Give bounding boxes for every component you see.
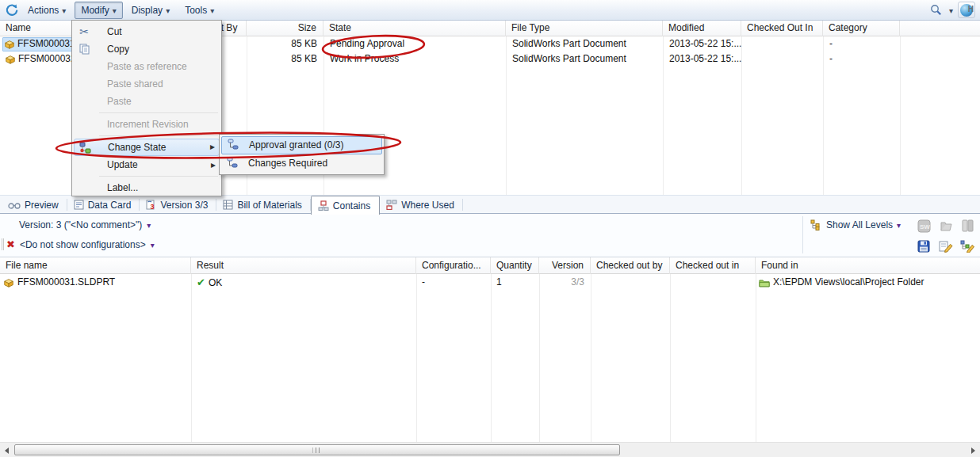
column-header-file-type[interactable]: File Type — [506, 21, 663, 36]
tab-preview[interactable]: Preview — [2, 196, 67, 214]
column-header-version[interactable]: Version — [539, 257, 591, 274]
column-divider — [756, 274, 756, 442]
menu-item-label: Cut — [107, 26, 122, 37]
version-selector-label: Version: 3 ("<No comment>") — [19, 219, 142, 230]
column-header-result[interactable]: Result — [191, 257, 416, 274]
bill-of-materials-icon — [223, 200, 233, 210]
file-name: FFSM000031. — [17, 36, 78, 51]
tools-menu-button[interactable]: Tools — [178, 2, 220, 19]
column-header-checked-out-in[interactable]: Checked out in — [670, 257, 756, 274]
file-category: - — [823, 51, 900, 67]
column-divider — [539, 274, 540, 442]
menu-separator — [99, 112, 218, 113]
menu-item-label: Paste — [107, 96, 132, 107]
column-divider — [491, 274, 492, 442]
scroll-right-button[interactable] — [967, 443, 980, 457]
tab-version[interactable]: 3 Version 3/3 — [140, 196, 216, 214]
show-all-levels-dropdown[interactable]: Show All Levels — [810, 219, 901, 230]
column-header-found-in[interactable]: Found in — [756, 257, 980, 274]
chevron-down-icon — [151, 239, 155, 250]
scroll-left-button[interactable] — [0, 443, 13, 457]
column-header-checked-out-in[interactable]: Checked Out In — [741, 21, 823, 36]
menu-item-cut[interactable]: ✂ Cut — [72, 23, 221, 40]
panel-columns-icon — [962, 219, 974, 232]
tools-menu-label: Tools — [185, 5, 207, 16]
column-header-file-name[interactable]: File name — [0, 257, 191, 274]
column-header-configuration[interactable]: Configuratio... — [416, 257, 491, 274]
change-state-submenu: Approval granted (0/3) Changes Required — [219, 134, 385, 175]
solidworks-part-icon — [4, 39, 15, 50]
file-modified: 2013-05-22 15:... — [663, 51, 741, 67]
solidworks-part-icon — [5, 54, 16, 65]
menu-item-copy[interactable]: Copy — [72, 40, 221, 58]
scrollbar-grip-icon — [313, 447, 322, 453]
file-type: SolidWorks Part Document — [506, 36, 663, 51]
menu-item-label: Paste as reference — [107, 61, 187, 72]
version-icon: 3 — [146, 200, 156, 210]
tab-where-used[interactable]: Where Used — [380, 196, 463, 214]
menu-item-paste-as-reference: Paste as reference — [72, 58, 221, 75]
contains-table-header: File name Result Configuratio... Quantit… — [0, 257, 980, 274]
column-header-state[interactable]: State — [323, 21, 506, 36]
row-configuration: - — [416, 274, 491, 291]
column-header-modified[interactable]: Modified — [663, 21, 741, 36]
contains-table-row[interactable]: FFSM000031.SLDPRT OK - 1 3/3 X:\EPDM Vie… — [0, 274, 980, 291]
submenu-item-changes-required[interactable]: Changes Required — [220, 154, 384, 173]
result-text: OK — [209, 277, 222, 288]
configuration-selector[interactable]: ✖ <Do not show configurations> — [6, 238, 155, 250]
chevron-down-icon — [166, 5, 170, 16]
menu-item-label: Label... — [107, 182, 138, 193]
row-result: OK — [191, 274, 416, 291]
solidworks-part-icon — [3, 277, 14, 288]
display-menu-button[interactable]: Display — [125, 2, 176, 19]
menu-item-label: Update — [107, 159, 138, 170]
version-selector[interactable]: Version: 3 ("<No comment>") — [19, 219, 151, 230]
menu-item-label-command[interactable]: Label... — [72, 179, 221, 196]
scrollbar-thumb[interactable] — [14, 444, 620, 455]
file-state: Work in Process — [323, 51, 506, 67]
menu-separator — [99, 176, 218, 177]
tab-bill-of-materials[interactable]: Bill of Materials — [216, 196, 310, 214]
chevron-down-icon[interactable] — [949, 5, 953, 16]
configuration-selector-label: <Do not show configurations> — [20, 239, 146, 250]
chevron-down-icon — [897, 219, 901, 230]
submenu-item-label: Changes Required — [248, 158, 327, 169]
menu-item-change-state[interactable]: Change State — [74, 139, 220, 156]
tab-contains[interactable]: Contains — [311, 196, 380, 215]
toolbar-right-group — [929, 2, 975, 18]
submenu-item-approval-granted[interactable]: Approval granted (0/3) — [221, 136, 382, 154]
side-panel-button — [959, 218, 975, 234]
tree-edit-pencil-icon — [960, 240, 974, 253]
edit-structure-button[interactable] — [959, 238, 975, 254]
help-button[interactable] — [958, 2, 975, 18]
modify-menu-button[interactable]: Modify — [75, 2, 122, 19]
folder-icon — [759, 278, 770, 288]
column-header-category[interactable]: Category — [823, 21, 900, 36]
svg-text:SW: SW — [920, 223, 930, 230]
file-size: 85 KB — [247, 36, 323, 51]
row-version: 3/3 — [539, 274, 591, 291]
tab-label: Version 3/3 — [160, 200, 208, 211]
tab-data-card[interactable]: Data Card — [67, 196, 140, 214]
column-header-size[interactable]: Size — [247, 21, 323, 36]
horizontal-scrollbar[interactable] — [0, 442, 980, 457]
help-icon — [960, 4, 973, 17]
file-state: Pending Approval — [323, 36, 506, 51]
column-header-quantity[interactable]: Quantity — [491, 257, 539, 274]
save-button[interactable] — [916, 238, 932, 254]
column-header-checked-out-by[interactable]: Checked out by — [591, 257, 670, 274]
actions-menu-button[interactable]: Actions — [21, 2, 72, 19]
refresh-icon[interactable] — [5, 3, 19, 17]
scroll-left-icon — [5, 447, 9, 454]
edit-list-button[interactable] — [938, 238, 954, 254]
column-divider — [591, 274, 591, 442]
search-button[interactable] — [929, 3, 953, 17]
where-used-icon — [386, 200, 397, 210]
edit-pencil-icon — [939, 240, 953, 253]
menu-item-update[interactable]: Update — [72, 156, 221, 173]
preview-document-button — [938, 218, 954, 234]
data-card-icon — [74, 200, 84, 210]
tab-label: Where Used — [401, 200, 454, 211]
scissors-icon: ✂ — [78, 25, 90, 38]
tab-label: Bill of Materials — [237, 200, 301, 211]
